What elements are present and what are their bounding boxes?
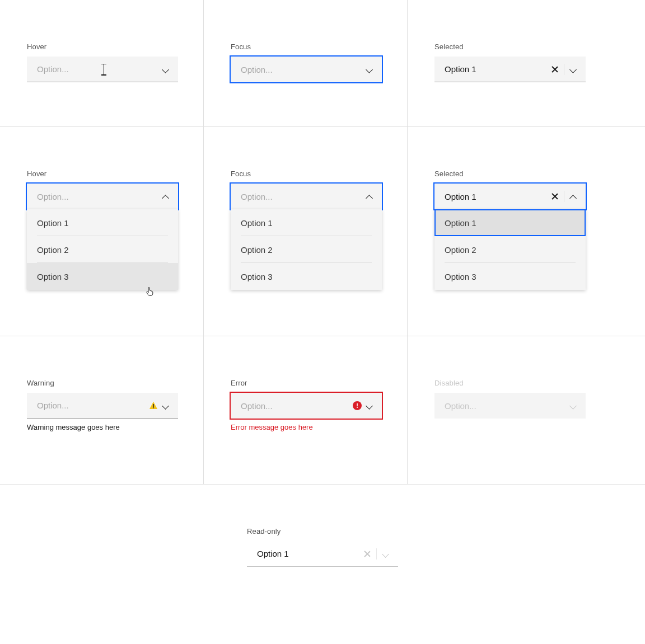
state-label: Error (231, 379, 380, 387)
state-hover-closed: Hover Option... (0, 0, 204, 126)
state-label: Hover (27, 170, 176, 178)
chevron-down-icon[interactable] (365, 65, 374, 74)
divider (376, 548, 377, 560)
state-label: Selected (434, 170, 618, 178)
chevron-down-icon[interactable] (365, 401, 374, 410)
clear-icon[interactable] (550, 65, 559, 74)
combobox-placeholder: Option... (241, 192, 365, 201)
state-selected-open: Selected Option 1 Option 1 Option 2 Opti… (408, 126, 645, 336)
combobox[interactable]: Option... (27, 184, 178, 209)
dropdown-option[interactable]: Option 3 (27, 263, 178, 290)
dropdown-option[interactable]: Option 3 (434, 263, 586, 290)
state-label: Focus (231, 43, 380, 51)
divider (564, 64, 564, 75)
combobox: Option... (434, 393, 586, 419)
combobox-placeholder: Option... (241, 401, 353, 411)
text-cursor-icon (100, 64, 108, 75)
state-disabled: Disabled Option... (408, 336, 645, 484)
combobox[interactable]: Option... (27, 393, 178, 419)
state-error: Error Option... ! Error message goes her… (204, 336, 408, 484)
chevron-down-icon (381, 549, 390, 558)
dropdown-option[interactable]: Option 1 (231, 209, 382, 236)
dropdown-menu: Option 1 Option 2 Option 3 (27, 209, 178, 290)
dropdown-menu: Option 1 Option 2 Option 3 (434, 209, 586, 290)
dropdown-option[interactable]: Option 1 (434, 209, 586, 236)
state-readonly-row: Read-only Option 1 (0, 485, 645, 567)
combobox-value: Option 1 (257, 549, 363, 558)
combobox-placeholder: Option... (445, 401, 569, 411)
combobox[interactable]: Option... (27, 57, 178, 82)
state-hover-open: Hover Option... Option 1 Option 2 Option… (0, 126, 204, 336)
combobox-value: Option 1 (445, 64, 550, 74)
combobox-placeholder: Option... (37, 64, 90, 74)
warning-icon (149, 401, 158, 410)
combobox-placeholder: Option... (241, 65, 365, 74)
dropdown-option[interactable]: Option 2 (231, 236, 382, 263)
dropdown-menu: Option 1 Option 2 Option 3 (231, 209, 382, 290)
clear-icon (363, 549, 372, 558)
combobox: Option 1 (247, 541, 398, 567)
warning-message: Warning message goes here (27, 423, 176, 431)
dropdown-option[interactable]: Option 2 (27, 236, 178, 263)
combobox[interactable]: Option... (231, 57, 382, 82)
state-focus-open: Focus Option... Option 1 Option 2 Option… (204, 126, 408, 336)
combobox-value: Option 1 (445, 192, 550, 201)
state-focus-closed: Focus Option... (204, 0, 408, 126)
error-icon: ! (353, 401, 362, 410)
state-label: Selected (434, 43, 618, 51)
state-warning: Warning Option... Warning message goes h… (0, 336, 204, 484)
state-label: Read-only (247, 527, 398, 535)
combobox-placeholder: Option... (37, 401, 149, 410)
chevron-down-icon (569, 401, 578, 410)
state-selected-closed: Selected Option 1 (408, 0, 645, 126)
state-label: Disabled (434, 379, 618, 387)
chevron-down-icon[interactable] (161, 65, 170, 74)
combobox[interactable]: Option... (231, 184, 382, 209)
chevron-up-icon[interactable] (161, 192, 170, 201)
combobox[interactable]: Option 1 (434, 184, 586, 209)
svg-rect-0 (153, 404, 153, 407)
error-message: Error message goes here (231, 423, 380, 431)
state-label: Focus (231, 170, 380, 178)
dropdown-option[interactable]: Option 1 (27, 209, 178, 236)
state-label: Hover (27, 43, 176, 51)
combobox-placeholder: Option... (37, 192, 161, 201)
dropdown-option[interactable]: Option 3 (231, 263, 382, 290)
divider (564, 191, 564, 202)
chevron-up-icon[interactable] (365, 192, 374, 201)
combobox[interactable]: Option 1 (434, 57, 586, 82)
combobox[interactable]: Option... ! (231, 393, 382, 419)
dropdown-option[interactable]: Option 2 (434, 236, 586, 263)
svg-rect-1 (153, 407, 153, 408)
chevron-down-icon[interactable] (569, 65, 578, 74)
clear-icon[interactable] (550, 192, 559, 201)
chevron-down-icon[interactable] (161, 401, 170, 410)
state-label: Warning (27, 379, 176, 387)
pointer-cursor-icon (146, 286, 155, 297)
chevron-up-icon[interactable] (569, 192, 578, 201)
